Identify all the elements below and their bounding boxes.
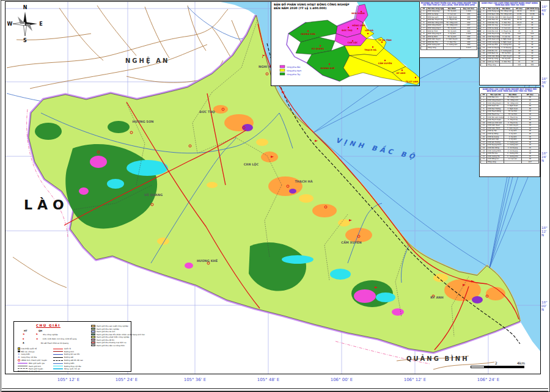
table-row: 7KCN Vũng Áng IITX. Kỳ Anh430 <box>421 27 477 30</box>
table-cell: CCN Phù Việt <box>487 30 500 33</box>
ubnd-icon <box>18 359 20 361</box>
zone-swatch <box>91 341 95 343</box>
svg-text:CAN LỘC: CAN LỘC <box>348 41 358 44</box>
table-cell <box>481 64 487 67</box>
legend-item: Quốc lộ <box>53 347 71 350</box>
compass-w: W <box>7 21 13 27</box>
table-row: 18CCN Quang DiệmH. Hương Sơn25 <box>481 144 539 147</box>
table-cell: CCN Nam Hồng <box>487 13 500 16</box>
table-row: 6CCN Thạch ĐồngTP. Hà Tĩnh35 <box>481 111 539 114</box>
legend-item: Ranh giới khu du lịch <box>91 330 115 333</box>
lon-label: 105° 48' E <box>252 377 285 382</box>
legend-item: ▲ Mỏ sắt Thạch Khê và Vũ Quang <box>23 342 68 344</box>
railway-symbol <box>53 357 63 358</box>
table-row: 10KCN Kỳ NinhTX. Kỳ Anh200 <box>421 35 477 38</box>
legend-item: ⚓ Cảng thủy nội địa <box>18 356 37 358</box>
table-row: 1CCN Đậu LiêuTX. Hồng Lĩnh50 <box>481 96 539 100</box>
industrial-flag-icon: ⚑ <box>23 333 25 336</box>
table-row: 6KCN Cổng KhánhTX. Hồng Lĩnh267 <box>421 24 477 27</box>
province-boundary-symbol <box>18 366 28 366</box>
table-cell: KCN Bắc Hồng Lĩnh <box>427 21 444 24</box>
table-row: 9KCN Vũng Áng IIIH. Kỳ Anh1.035 <box>421 32 477 35</box>
table-new-clusters: DANH MỤC CÁC CỤM CÔNG NGHIỆP QUY HOẠCH M… <box>479 87 540 177</box>
table-row: 8CCN Tân Lâm HươngH. Thạch Hà50 <box>481 116 539 119</box>
table-cell: CCN Đức Thọ <box>487 21 500 24</box>
bottom-rule <box>2 388 548 389</box>
table-row: 8KCN Kỳ TrinhTX. Kỳ Anh300 <box>421 30 477 33</box>
legend-item: Ranh giới xã <box>18 370 40 372</box>
svg-text:CAN LỘC: CAN LỘC <box>244 162 259 167</box>
table-row: 3KCN Gia LáchH. Nghi Xuân300 <box>421 16 477 19</box>
table-cell: H. Hương Khê <box>500 44 513 47</box>
lon-label: 105° 24' E <box>110 377 143 382</box>
table-row: 13CCN Kỳ TânH. Kỳ Anh40 <box>481 130 539 133</box>
svg-text:VŨ QUANG: VŨ QUANG <box>312 47 324 50</box>
table-title: DANH MỤC CÁC CỤM CÔNG NGHIỆP QUY HOẠCH M… <box>480 89 539 93</box>
table-industrial-parks: PHƯƠNG ÁN PHÁT TRIỂN CÁC KHU CÔNG NGHIỆP… <box>419 1 479 58</box>
table-title: DANH MỤC CÁC CỤM CÔNG NGHIỆP ĐANG HOẠT Đ… <box>480 2 539 7</box>
table-cell: CCN Thạch Bằng <box>487 35 500 38</box>
inset-title: BẢN ĐỒ PHÂN VÙNG HOẠT ĐỘNG CÔNG NGHIỆP Đ… <box>274 3 350 10</box>
legend-item: Đường tỉnh <box>53 350 74 353</box>
table-cell: TX. Hồng Lĩnh <box>500 10 513 13</box>
lon-label: 105° 12' E <box>52 377 85 382</box>
table-row: 4CCN Xuân HộiH. Nghi Xuân50 <box>481 104 539 107</box>
table-cell <box>500 64 513 67</box>
district-boundary-symbol <box>18 368 28 369</box>
svg-text:HƯƠNG KHÊ: HƯƠNG KHÊ <box>320 67 335 70</box>
legend-item: Đường thủy nội địa <box>53 365 81 368</box>
inland-waterway-symbol <box>53 366 63 366</box>
cluster-mark-icon: ▪ <box>23 338 24 340</box>
table-cell: TX. Hồng Lĩnh <box>500 13 513 16</box>
legend-qh-header: QH <box>38 330 42 332</box>
legend-item: Ranh giới khu phát triển công nghiệp <box>91 336 130 338</box>
legend-item: Biên giới quốc gia <box>18 362 45 365</box>
table-row: 20CCN Hương MinhH. Vũ Quang20 <box>481 150 539 153</box>
inset-svg: HƯƠNG SƠN VŨ QUANG HƯƠNG KHÊ ĐỨC THỌ NGH… <box>271 2 419 85</box>
svg-text:HƯƠNG KHÊ: HƯƠNG KHÊ <box>197 259 218 263</box>
lat-label: 18°36' N <box>541 77 550 88</box>
zone-swatch <box>91 336 95 338</box>
zone-swatch <box>91 325 95 327</box>
inset-legend: Vùng phía Bắc Vùng phía Nam Vùng phía Tâ… <box>280 65 301 76</box>
svg-text:CẨM XUYÊN: CẨM XUYÊN <box>378 62 392 65</box>
svg-text:HỒNG LĨNH: HỒNG LĨNH <box>352 24 365 27</box>
zone-swatch <box>91 333 95 335</box>
svg-text:ĐỨC THỌ: ĐỨC THỌ <box>199 110 215 114</box>
table-cell: CCN Kỳ Hưng <box>487 58 500 61</box>
legend-item: Ranh giới khu sản xuất công nghiệp <box>91 325 128 327</box>
table-row: Tổng cộng336506 <box>481 64 539 67</box>
svg-text:Vùng phía Tây: Vùng phía Tây <box>287 73 300 76</box>
table-cell: CCN Quang Diệm <box>487 144 504 147</box>
table-cell: H. Thạch Hà <box>500 30 513 33</box>
table-row: 4KCN Bắc Thạch HàH. Thạch Hà439 <box>421 18 477 21</box>
table-cell: H. Hương Sơn <box>500 49 513 53</box>
table-header-cell: Tên cụm CN <box>487 7 500 10</box>
label-lao: LÀO <box>24 197 69 212</box>
table-row: 1KCN Vũng Áng ITX. Kỳ Anh1.416 <box>421 10 477 13</box>
legend-item: Ranh giới khu dân cư nông thôn <box>91 344 125 347</box>
table-cell <box>504 161 521 164</box>
table-row: 5KCN Bắc Hồng LĩnhTX. Hồng Lĩnh250 <box>421 21 477 24</box>
table-cell: H. Nghi Xuân <box>500 41 513 44</box>
table-cell <box>481 161 487 164</box>
table-row: 3CCN Cổng Khánh 2TX. Hồng Lĩnh42 <box>481 102 539 105</box>
table-cell: CCN Xuân Lĩnh <box>487 38 500 42</box>
table-cell: Tổng cộng <box>487 64 500 67</box>
border-gate-icon <box>18 347 20 349</box>
table-cell: H. Đức Thọ <box>500 21 513 24</box>
table-row: Tổng cộng827 <box>481 161 539 164</box>
legend-item: Đường sắt tốc độ cao <box>53 359 83 361</box>
inset-map: BẢN ĐỒ PHÂN VÙNG HOẠT ĐỘNG CÔNG NGHIỆP Đ… <box>271 1 420 86</box>
map-legend: CHÚ GIẢI HT QH ⚑ ⚑ Khu công nghiệp ▪ ▪ C… <box>13 321 131 372</box>
table-row: 10CCN Lưu Vĩnh SơnH. Thạch Hà40 <box>481 122 539 125</box>
mine-icon: ▲ <box>23 342 24 344</box>
scale-bar-graphic <box>471 366 524 368</box>
table-cell: KCN Vũng Áng III <box>427 32 444 35</box>
zone-swatch <box>91 344 95 346</box>
table-row: 9CCN Thạch XuânH. Thạch Hà45 <box>481 118 539 122</box>
legend-item: Ranh giới khu thương mại dịch vụ <box>91 341 127 344</box>
legend-item: Ranh giới khu lâm nghiệp <box>91 328 119 330</box>
legend-item: ⚑ ⚑ Khu công nghiệp <box>23 333 58 336</box>
svg-text:HƯƠNG SƠN: HƯƠNG SƠN <box>133 120 154 123</box>
